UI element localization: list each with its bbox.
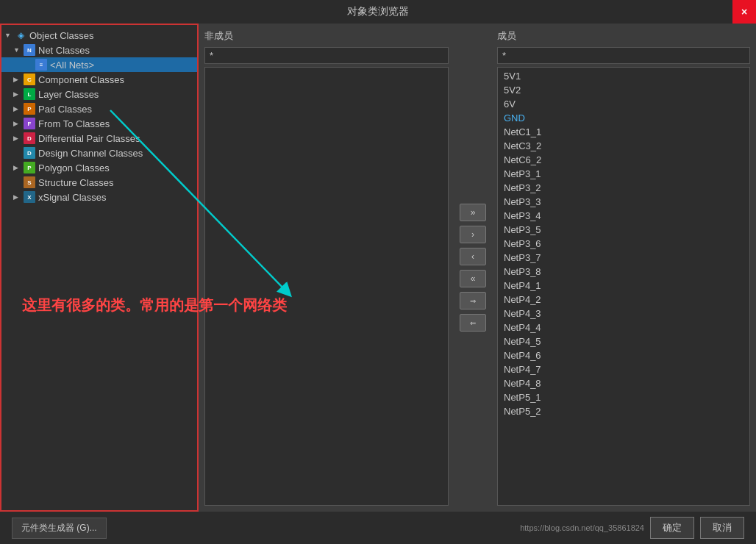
- layer-classes-label: Layer Classes: [38, 89, 99, 100]
- member-item-netp4_3[interactable]: NetP4_3: [498, 307, 749, 321]
- url-text: https://blog.csdn.net/qq_35861824: [520, 523, 644, 532]
- comp-icon: C: [24, 74, 35, 85]
- member-panel: 成员 5V1 5V2 6V GND NetC1_1 NetC3_2 NetC6_…: [491, 24, 756, 512]
- tree-item-structure-classes[interactable]: S Structure Classes: [1, 175, 197, 190]
- member-item-netp3_7[interactable]: NetP3_7: [498, 251, 749, 265]
- comp-classes-label: Component Classes: [38, 74, 124, 85]
- root-arrow: ▼: [4, 32, 15, 39]
- generator-button[interactable]: 元件类生成器 (G)...: [12, 518, 107, 539]
- add-one-button[interactable]: ›: [460, 226, 486, 243]
- tree-item-xsignal-classes[interactable]: ▶ X xSignal Classes: [1, 190, 197, 204]
- tree-item-root[interactable]: ▼ ◈ Object Classes: [1, 28, 197, 43]
- member-item-gnd[interactable]: GND: [498, 111, 749, 125]
- member-item-netp3_8[interactable]: NetP3_8: [498, 265, 749, 279]
- layer-icon: L: [24, 88, 35, 100]
- diff-classes-label: Differential Pair Classes: [38, 133, 140, 144]
- non-member-filter[interactable]: [204, 47, 449, 64]
- tree-item-layer-classes[interactable]: ▶ L Layer Classes: [1, 87, 197, 101]
- pad-icon: P: [24, 103, 35, 115]
- member-item-netp3_5[interactable]: NetP3_5: [498, 223, 749, 237]
- close-button[interactable]: ×: [732, 0, 756, 24]
- member-item-5v1[interactable]: 5V1: [498, 69, 749, 83]
- root-label: Object Classes: [29, 30, 93, 41]
- diff-arrow: ▶: [13, 135, 24, 142]
- poly-arrow: ▶: [13, 164, 24, 171]
- xsig-icon: X: [24, 191, 35, 203]
- pad-classes-label: Pad Classes: [38, 104, 92, 115]
- titlebar: 对象类浏览器 ×: [0, 0, 756, 24]
- net-arrow: ▼: [13, 46, 24, 54]
- member-item-netp4_5[interactable]: NetP4_5: [498, 334, 749, 348]
- layer-arrow: ▶: [13, 90, 24, 98]
- member-item-netp3_2[interactable]: NetP3_2: [498, 181, 749, 195]
- fromto-classes-label: From To Classes: [38, 118, 110, 129]
- tree-panel: ▼ ◈ Object Classes ▼ N Net Classes ≡ <Al…: [0, 24, 199, 512]
- tree-item-fromto-classes[interactable]: ▶ F From To Classes: [1, 116, 197, 131]
- member-item-netp3_4[interactable]: NetP3_4: [498, 209, 749, 223]
- member-item-netp4_7[interactable]: NetP4_7: [498, 362, 749, 376]
- comp-arrow: ▶: [13, 76, 24, 83]
- structure-classes-label: Structure Classes: [38, 177, 114, 188]
- design-icon: D: [24, 147, 35, 159]
- pad-arrow: ▶: [13, 105, 24, 112]
- non-member-list[interactable]: [204, 67, 449, 506]
- polygon-classes-label: Polygon Classes: [38, 162, 110, 173]
- member-item-netc1_1[interactable]: NetC1_1: [498, 125, 749, 139]
- member-item-netp4_6[interactable]: NetP4_6: [498, 348, 749, 362]
- member-item-6v[interactable]: 6V: [498, 97, 749, 111]
- member-item-netp5_1[interactable]: NetP5_1: [498, 390, 749, 404]
- tree-item-component-classes[interactable]: ▶ C Component Classes: [1, 72, 197, 87]
- tree-item-diff-classes[interactable]: ▶ D Differential Pair Classes: [1, 131, 197, 146]
- net-icon: N: [24, 44, 35, 56]
- cancel-button[interactable]: 取消: [700, 517, 744, 539]
- member-item-netc3_2[interactable]: NetC3_2: [498, 139, 749, 153]
- xsig-arrow: ▶: [13, 193, 24, 201]
- member-item-netp5_2[interactable]: NetP5_2: [498, 404, 749, 418]
- member-filter[interactable]: [497, 47, 750, 64]
- design-classes-label: Design Channel Classes: [38, 148, 143, 159]
- dialog-title: 对象类浏览器: [347, 5, 409, 18]
- add-all-button[interactable]: »: [460, 204, 486, 221]
- main-content: ▼ ◈ Object Classes ▼ N Net Classes ≡ <Al…: [0, 24, 756, 512]
- member-list[interactable]: 5V1 5V2 6V GND NetC1_1 NetC3_2 NetC6_2 N…: [497, 67, 750, 506]
- add-all-right-button[interactable]: ⇒: [460, 292, 486, 309]
- arrow-buttons-panel: » › ‹ « ⇒ ⇐: [454, 24, 491, 512]
- tree-item-all-nets[interactable]: ≡ <All Nets>: [1, 57, 197, 72]
- tree-item-polygon-classes[interactable]: ▶ P Polygon Classes: [1, 160, 197, 175]
- fromto-arrow: ▶: [13, 120, 24, 127]
- net-classes-label: Net Classes: [38, 45, 90, 56]
- member-item-5v2[interactable]: 5V2: [498, 83, 749, 97]
- member-item-netp3_6[interactable]: NetP3_6: [498, 237, 749, 251]
- remove-all-button[interactable]: «: [460, 270, 486, 287]
- non-member-label: 非成员: [204, 29, 449, 43]
- remove-all-left-button[interactable]: ⇐: [460, 314, 486, 332]
- member-item-netp3_3[interactable]: NetP3_3: [498, 195, 749, 209]
- non-member-panel: 非成员: [199, 24, 454, 512]
- member-label: 成员: [497, 29, 750, 43]
- member-item-netp4_2[interactable]: NetP4_2: [498, 293, 749, 307]
- confirm-button[interactable]: 确定: [650, 517, 694, 539]
- allnets-icon: ≡: [35, 59, 47, 71]
- root-icon: ◈: [15, 29, 26, 41]
- fromto-icon: F: [24, 118, 35, 129]
- struct-icon: S: [24, 176, 35, 188]
- member-item-netp4_1[interactable]: NetP4_1: [498, 279, 749, 293]
- xsignal-classes-label: xSignal Classes: [38, 192, 107, 203]
- member-item-netp3_1[interactable]: NetP3_1: [498, 167, 749, 181]
- poly-icon: P: [24, 162, 35, 173]
- all-nets-label: <All Nets>: [50, 60, 94, 71]
- member-item-netp4_4[interactable]: NetP4_4: [498, 321, 749, 334]
- tree-item-design-classes[interactable]: D Design Channel Classes: [1, 146, 197, 160]
- member-item-netc6_2[interactable]: NetC6_2: [498, 153, 749, 167]
- member-item-netp4_8[interactable]: NetP4_8: [498, 376, 749, 390]
- tree-item-net-classes[interactable]: ▼ N Net Classes: [1, 43, 197, 57]
- tree-item-pad-classes[interactable]: ▶ P Pad Classes: [1, 101, 197, 116]
- remove-one-button[interactable]: ‹: [460, 248, 486, 265]
- dialog: 对象类浏览器 × ▼ ◈ Object Classes ▼ N Net Clas…: [0, 0, 756, 544]
- bottom-right: https://blog.csdn.net/qq_35861824 确定 取消: [520, 517, 744, 539]
- bottom-bar: 元件类生成器 (G)... https://blog.csdn.net/qq_3…: [0, 512, 756, 544]
- diff-icon: D: [24, 132, 35, 144]
